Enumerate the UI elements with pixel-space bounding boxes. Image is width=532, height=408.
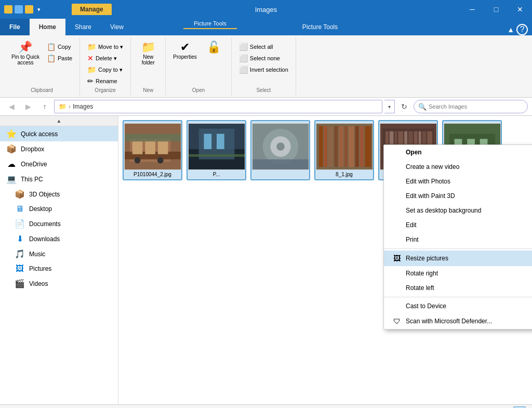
file-name-1: P1010044_2.jpg	[134, 172, 171, 177]
svg-rect-22	[318, 126, 323, 167]
cm-item-rotate-right[interactable]: Rotate right	[384, 266, 532, 281]
file-area: P1010044_2.jpg P...	[118, 116, 532, 404]
sidebar-item-documents[interactable]: 📄 Documents	[0, 216, 118, 231]
tab-share[interactable]: Share	[65, 19, 101, 35]
address-path[interactable]: 📁 › Images	[54, 100, 382, 113]
sidebar-item-3d-objects[interactable]: 📦 3D Objects	[0, 187, 118, 202]
tab-home[interactable]: Home	[30, 19, 65, 35]
music-icon: 🎵	[15, 249, 25, 259]
move-icon: 📁	[87, 43, 96, 51]
search-input[interactable]	[429, 103, 523, 110]
tiles-view-button[interactable]: ▦	[513, 406, 526, 409]
properties-button[interactable]: ✔ Properties	[170, 40, 200, 62]
select-none-button[interactable]: ⬜ Select none	[236, 53, 291, 63]
help-button[interactable]: ?	[516, 24, 528, 35]
paste-icon: 📋	[47, 54, 56, 62]
tb-icon-2	[15, 5, 23, 14]
tab-file[interactable]: File	[0, 19, 30, 35]
select-all-button[interactable]: ⬜ Select all	[236, 42, 291, 52]
svg-rect-31	[365, 126, 371, 167]
cm-new-video-label: Create a new video	[406, 163, 459, 170]
ribbon-collapse-btn[interactable]: ▲	[507, 25, 514, 34]
tab-view[interactable]: View	[101, 19, 133, 35]
folder-icon-sm: 📁	[59, 103, 66, 110]
cm-item-new-video[interactable]: Create a new video	[384, 160, 532, 174]
copy-to-button[interactable]: 📁 Copy to ▾	[84, 64, 126, 75]
cm-item-open[interactable]: Open	[384, 145, 532, 160]
sidebar-item-desktop[interactable]: 🖥 Desktop	[0, 202, 118, 216]
picture-tools-label: Picture Tools	[183, 19, 237, 29]
forward-button[interactable]: ▶	[21, 100, 35, 113]
quick-access-icon: ⭐	[6, 129, 17, 139]
address-dropdown-button[interactable]: ▾	[384, 100, 395, 113]
properties-icon: ✔	[180, 42, 190, 53]
delete-button[interactable]: ✕ Delete ▾	[84, 53, 126, 63]
open-icon-button[interactable]: 🔓	[201, 40, 227, 55]
svg-rect-14	[189, 154, 245, 157]
rename-button[interactable]: ✏ Rename	[84, 76, 126, 86]
new-folder-button[interactable]: 📁 Newfolder	[135, 40, 161, 68]
search-box[interactable]: 🔍	[414, 100, 528, 113]
cm-paint3d-label: Edit with Paint 3D	[406, 192, 455, 200]
3d-objects-icon: 📦	[15, 189, 25, 199]
cm-item-edit[interactable]: Edit	[384, 218, 532, 232]
cm-item-cast[interactable]: Cast to Device ›	[384, 299, 532, 313]
sidebar-label-this-pc: This PC	[21, 176, 43, 183]
file-thumbnail-4	[316, 123, 373, 170]
cm-item-rotate-left[interactable]: Rotate left	[384, 281, 532, 295]
paste-button[interactable]: 📋 Paste	[44, 53, 75, 63]
tab-picture-tools[interactable]: Picture Tools	[293, 19, 347, 35]
window-controls: ─ □ ✕	[460, 0, 532, 19]
svg-rect-30	[360, 126, 364, 167]
close-button[interactable]: ✕	[508, 0, 532, 19]
cm-item-edit-paint3d[interactable]: Edit with Paint 3D	[384, 189, 532, 203]
open-items: ✔ Properties 🔓	[170, 40, 227, 86]
pin-label: Pin to Quickaccess	[11, 54, 39, 65]
pin-quick-access-button[interactable]: 📌 Pin to Quickaccess	[8, 40, 43, 68]
rename-icon: ✏	[87, 77, 94, 85]
minimize-button[interactable]: ─	[460, 0, 484, 19]
svg-rect-28	[348, 126, 354, 167]
status-bar: 7 items 7 items selected 4.62 MB State: …	[0, 404, 532, 408]
sidebar-item-quick-access[interactable]: ⭐ Quick access	[0, 126, 118, 141]
sidebar-item-music[interactable]: 🎵 Music	[0, 246, 118, 261]
move-to-button[interactable]: 📁 Move to ▾	[84, 42, 126, 52]
sidebar-item-downloads[interactable]: ⬇ Downloads	[0, 231, 118, 246]
back-button[interactable]: ◀	[4, 100, 19, 113]
svg-rect-24	[328, 126, 333, 167]
maximize-button[interactable]: □	[484, 0, 508, 19]
file-item-3[interactable]	[250, 120, 310, 180]
file-item-4[interactable]: 8_1.jpg	[314, 120, 374, 180]
file-item-2[interactable]: P...	[187, 120, 246, 180]
cm-item-edit-photos[interactable]: Edit with Photos	[384, 174, 532, 189]
svg-rect-19	[252, 160, 309, 170]
rename-label: Rename	[96, 78, 117, 84]
svg-point-18	[276, 142, 285, 151]
sidebar-item-pictures[interactable]: 🖼 Pictures	[0, 261, 118, 276]
sidebar-scroll-up[interactable]: ▲	[0, 116, 118, 126]
cm-item-resize[interactable]: 🖼 Resize pictures ◀ ◀	[384, 251, 532, 266]
invert-label: Invert selection	[250, 67, 288, 73]
refresh-button[interactable]: ↻	[397, 100, 411, 113]
sidebar-item-videos[interactable]: 🎬 Videos	[0, 276, 118, 291]
cm-item-scan[interactable]: 🛡 Scan with Microsoft Defender...	[384, 313, 532, 329]
copy-button[interactable]: 📋 Copy	[44, 42, 75, 52]
cm-scan-label: Scan with Microsoft Defender...	[406, 318, 492, 325]
file-item-1[interactable]: P1010044_2.jpg	[123, 120, 182, 180]
paste-label: Paste	[58, 55, 72, 61]
tb-icon-3	[25, 5, 33, 14]
cm-separator-2	[384, 297, 532, 297]
main-area: ▲ ⭐ Quick access 📦 Dropbox ☁ OneDrive 💻 …	[0, 116, 532, 404]
cm-item-set-desktop[interactable]: Set as desktop background	[384, 203, 532, 218]
cm-item-print[interactable]: Print	[384, 232, 532, 247]
sidebar-item-onedrive[interactable]: ☁ OneDrive	[0, 156, 118, 172]
invert-selection-button[interactable]: ⬜ Invert selection	[236, 64, 291, 75]
manage-tab-label[interactable]: Manage	[72, 4, 112, 15]
up-button[interactable]: ↑	[37, 100, 52, 113]
sidebar-item-dropbox[interactable]: 📦 Dropbox	[0, 141, 118, 156]
invert-icon: ⬜	[239, 65, 248, 74]
videos-icon: 🎬	[15, 279, 25, 288]
sidebar-item-this-pc[interactable]: 💻 This PC	[0, 172, 118, 187]
details-view-button[interactable]: ☰	[499, 406, 511, 409]
onedrive-icon: ☁	[6, 159, 17, 169]
